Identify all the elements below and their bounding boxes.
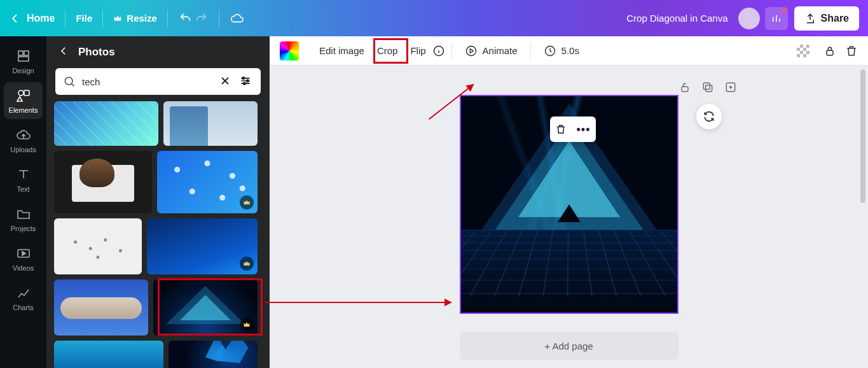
context-toolbar: Edit image Crop Flip Animate 5.0s	[270, 36, 868, 66]
photo-thumbnail[interactable]	[163, 101, 258, 146]
svg-point-6	[65, 77, 72, 85]
sliders-icon	[239, 74, 252, 87]
photo-thumbnail[interactable]	[54, 341, 163, 368]
photo-thumbnail[interactable]	[157, 151, 258, 213]
animate-icon	[465, 45, 478, 57]
rail-elements[interactable]: Elements	[4, 82, 43, 119]
photo-thumbnail[interactable]	[54, 218, 142, 274]
svg-rect-4	[24, 90, 29, 96]
share-button[interactable]: Share	[794, 6, 859, 31]
photo-thumbnail[interactable]	[54, 280, 148, 336]
home-button[interactable]: Home	[9, 13, 55, 24]
svg-rect-1	[24, 51, 29, 55]
rail-text[interactable]: Text	[0, 160, 46, 199]
rail-uploads[interactable]: Uploads	[0, 120, 46, 160]
chevron-left-icon	[58, 45, 69, 57]
lock-button[interactable]	[823, 45, 836, 57]
svg-rect-16	[705, 85, 712, 92]
delete-button[interactable]	[845, 45, 858, 57]
home-label: Home	[27, 13, 55, 24]
undo-button[interactable]	[178, 11, 193, 26]
photo-thumbnail[interactable]	[54, 101, 158, 146]
unlock-page-button[interactable]	[679, 81, 691, 94]
close-icon	[219, 74, 231, 87]
svg-rect-13	[827, 50, 833, 55]
search-bar	[55, 68, 261, 95]
transparency-button[interactable]	[797, 45, 809, 57]
left-rail: Design Elements Uploads Text Projects Vi…	[0, 36, 46, 368]
page-controls	[679, 81, 737, 94]
premium-badge	[240, 318, 254, 332]
user-avatar[interactable]	[738, 8, 760, 29]
cloud-sync-icon[interactable]	[230, 11, 245, 26]
canvas-page[interactable]: •••	[460, 95, 679, 314]
flip-button[interactable]: Flip	[404, 41, 432, 60]
regenerate-button[interactable]	[696, 104, 722, 129]
svg-point-8	[247, 80, 249, 81]
photo-thumbnail[interactable]	[169, 341, 258, 368]
info-icon[interactable]	[432, 45, 445, 57]
svg-point-3	[18, 90, 24, 96]
add-page-button[interactable]: + Add page	[460, 332, 679, 360]
file-menu[interactable]: File	[76, 13, 92, 24]
rail-design[interactable]: Design	[0, 41, 46, 81]
elements-panel: Photos	[46, 36, 270, 368]
chevron-left-icon	[9, 13, 20, 24]
duplicate-page-button[interactable]	[701, 81, 714, 94]
photo-thumbnail[interactable]	[147, 218, 258, 274]
svg-rect-15	[703, 83, 710, 89]
crown-icon	[113, 14, 122, 23]
selection-context-menu: •••	[550, 117, 596, 142]
clear-search-button[interactable]	[219, 74, 233, 88]
upload-icon	[804, 13, 816, 24]
insights-button[interactable]	[765, 7, 788, 30]
share-label: Share	[821, 13, 849, 24]
rail-videos[interactable]: Videos	[0, 239, 46, 278]
svg-point-9	[244, 83, 245, 85]
redo-button[interactable]	[193, 11, 209, 26]
rail-projects[interactable]: Projects	[0, 199, 46, 239]
add-page-icon-button[interactable]	[724, 81, 737, 94]
svg-rect-0	[18, 51, 23, 55]
panel-back-button[interactable]	[58, 45, 69, 59]
resize-menu[interactable]: Resize	[113, 13, 157, 24]
more-options-button[interactable]: •••	[577, 123, 591, 136]
timing-button[interactable]: 5.0s	[537, 41, 586, 60]
svg-point-7	[242, 77, 244, 79]
vertical-scrollbar[interactable]	[860, 69, 867, 364]
canvas-area: Edit image Crop Flip Animate 5.0s	[270, 36, 868, 368]
filter-button[interactable]	[239, 74, 253, 88]
clock-icon	[544, 45, 556, 57]
animate-button[interactable]: Animate	[458, 41, 524, 60]
search-input[interactable]	[82, 76, 212, 87]
resize-label: Resize	[127, 13, 157, 24]
fill-color-button[interactable]	[280, 41, 299, 60]
photo-gallery	[46, 101, 270, 368]
photo-thumbnail[interactable]	[54, 151, 152, 213]
svg-rect-2	[18, 57, 29, 61]
svg-point-11	[466, 46, 476, 55]
edit-image-button[interactable]: Edit image	[313, 41, 371, 60]
search-icon	[63, 75, 76, 88]
photo-thumbnail-selected[interactable]	[153, 280, 258, 336]
crop-button[interactable]: Crop	[371, 41, 404, 60]
premium-badge	[240, 257, 254, 271]
refresh-icon	[703, 110, 715, 123]
rail-charts[interactable]: Charts	[0, 278, 46, 318]
svg-rect-14	[682, 87, 688, 91]
delete-selection-button[interactable]	[555, 124, 567, 135]
document-title[interactable]: Crop Diagonal in Canva	[626, 13, 727, 24]
panel-title: Photos	[78, 46, 115, 59]
premium-badge	[240, 195, 254, 209]
